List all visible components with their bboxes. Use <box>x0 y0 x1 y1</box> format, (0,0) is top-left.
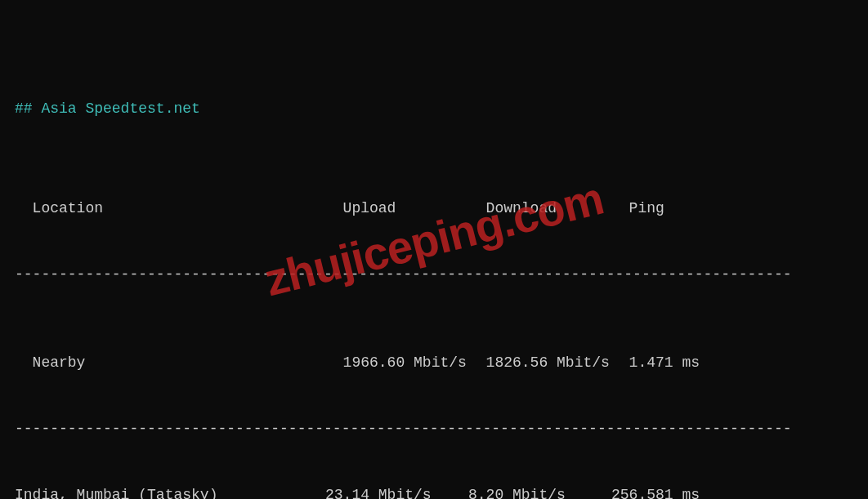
section-title: ## Asia Speedtest.net <box>15 98 853 120</box>
divider: ----------------------------------------… <box>15 418 853 440</box>
table-header-row: LocationUploadDownloadPing <box>15 176 853 220</box>
column-header-upload: Upload <box>343 198 486 220</box>
column-header-ping: Ping <box>629 198 664 220</box>
nearby-upload: 1966.60 Mbit/s <box>343 352 486 374</box>
nearby-download: 1826.56 Mbit/s <box>486 352 629 374</box>
table-body: India, Mumbai (Tatasky)23.14 Mbit/s8.20 … <box>15 484 853 499</box>
table-row: India, Mumbai (Tatasky)23.14 Mbit/s8.20 … <box>15 484 853 499</box>
cell-upload: 23.14 Mbit/s <box>325 484 468 499</box>
nearby-ping: 1.471 ms <box>629 352 700 374</box>
cell-download: 8.20 Mbit/s <box>468 484 611 499</box>
cell-location: India, Mumbai (Tatasky) <box>15 484 325 499</box>
column-header-location: Location <box>33 198 343 220</box>
divider: ----------------------------------------… <box>15 264 853 286</box>
cell-ping: 256.581 ms <box>611 484 700 499</box>
column-header-download: Download <box>486 198 629 220</box>
nearby-row: Nearby1966.60 Mbit/s1826.56 Mbit/s1.471 … <box>15 330 853 374</box>
nearby-location: Nearby <box>33 352 343 374</box>
